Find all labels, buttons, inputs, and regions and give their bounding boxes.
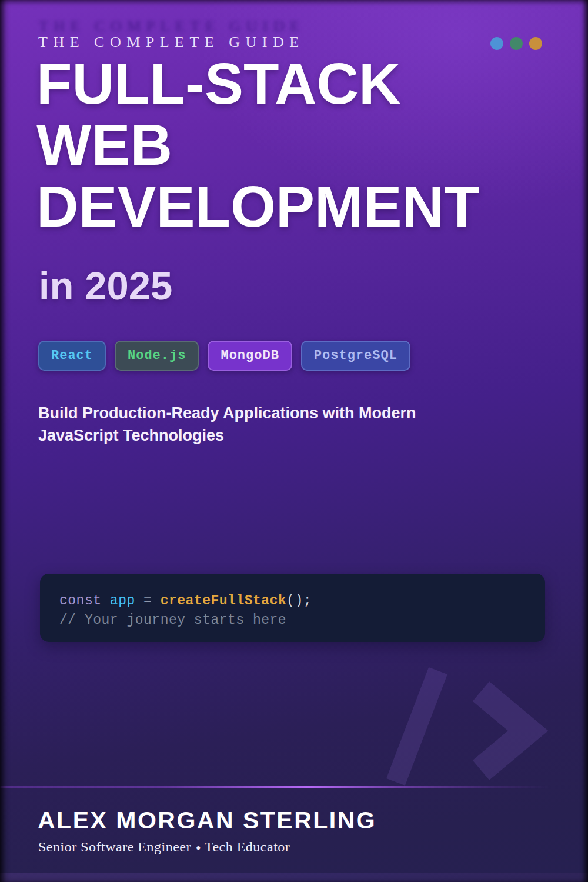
gradient-divider-line	[0, 786, 550, 788]
decorative-dots	[490, 37, 542, 50]
book-title: FULL-STACK WEB DEVELOPMENT	[36, 53, 480, 237]
book-subtitle: Build Production-Ready Applications with…	[38, 402, 479, 447]
code-line-1: const app = createFullStack();	[59, 591, 545, 611]
dot-icon-1	[510, 37, 523, 50]
author-name: ALEX MORGAN STERLING	[38, 807, 376, 834]
code-token: app	[110, 593, 135, 608]
badge-node-js: Node.js	[115, 341, 199, 371]
author-tagline: Senior Software Engineer●Tech Educator	[38, 839, 290, 855]
kicker-text: THE COMPLETE GUIDE	[38, 34, 305, 51]
author-role-right: Tech Educator	[205, 839, 290, 854]
tech-badges: ReactNode.jsMongoDBPostgreSQL	[38, 341, 410, 371]
code-token: createFullStack	[161, 593, 287, 608]
badge-react: React	[38, 341, 106, 371]
dot-icon-0	[490, 37, 503, 50]
code-slash-watermark-icon	[379, 654, 556, 793]
badge-mongodb: MongoDB	[208, 341, 292, 371]
code-token: ();	[286, 593, 312, 608]
code-line-2: // Your journey starts here	[59, 611, 545, 630]
bullet-separator-icon: ●	[191, 843, 205, 852]
code-token: const	[59, 593, 110, 608]
cover-bottom-edge	[0, 873, 588, 882]
code-token: =	[135, 593, 161, 608]
dot-icon-2	[529, 37, 542, 50]
book-title-year: in 2025	[39, 263, 172, 308]
kicker-ghost-text: THE COMPLETE GUIDE	[39, 18, 305, 35]
code-snippet-block: const app = createFullStack(); // Your j…	[40, 574, 545, 642]
badge-postgresql: PostgreSQL	[301, 341, 410, 371]
author-role-left: Senior Software Engineer	[38, 839, 191, 854]
book-cover: THE COMPLETE GUIDE THE COMPLETE GUIDE FU…	[0, 0, 588, 882]
